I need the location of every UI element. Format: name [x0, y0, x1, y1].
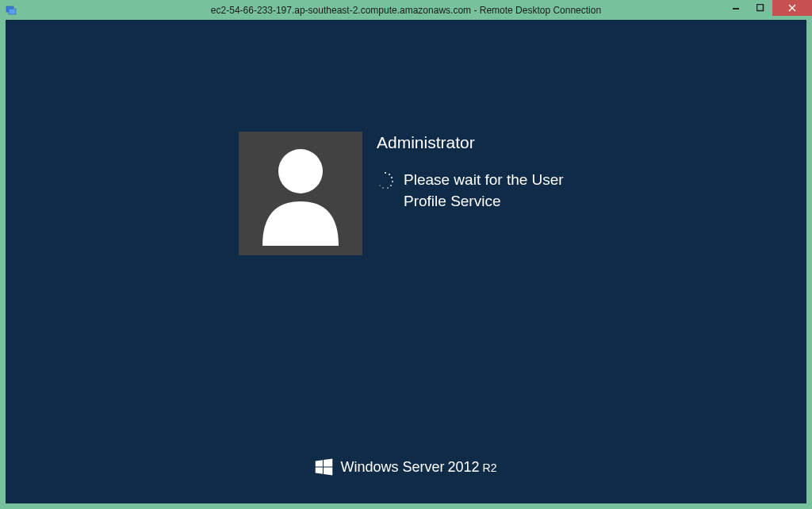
window-controls	[725, 0, 812, 16]
brand-text: Windows Server 2012 R2	[341, 459, 497, 476]
windows-logo-icon	[316, 458, 333, 476]
username-label: Administrator	[377, 133, 586, 152]
titlebar[interactable]: ec2-54-66-233-197.ap-southeast-2.compute…	[0, 0, 812, 20]
rdp-window: ec2-54-66-233-197.ap-southeast-2.compute…	[0, 0, 812, 509]
brand-release: R2	[483, 461, 497, 474]
status-message: Please wait for the User Profile Service	[404, 170, 586, 212]
svg-rect-2	[733, 8, 739, 10]
window-title: ec2-54-66-233-197.ap-southeast-2.compute…	[211, 5, 601, 16]
svg-rect-3	[757, 5, 764, 11]
maximize-button[interactable]	[749, 0, 772, 16]
remote-desktop-content: Administrator Please wait for the User P…	[6, 20, 806, 503]
user-avatar-tile	[239, 132, 362, 255]
close-button[interactable]	[772, 0, 812, 16]
svg-point-4	[278, 149, 323, 193]
login-text-block: Administrator Please wait for the User P…	[377, 132, 586, 255]
minimize-button[interactable]	[725, 0, 749, 16]
rdp-app-icon	[5, 4, 17, 17]
brand-product: Windows Server	[341, 459, 445, 476]
user-silhouette-icon	[253, 141, 348, 246]
svg-rect-1	[9, 9, 16, 14]
os-branding: Windows Server 2012 R2	[316, 458, 497, 476]
loading-spinner-icon	[377, 172, 394, 189]
status-row: Please wait for the User Profile Service	[377, 170, 586, 212]
brand-version: 2012	[448, 459, 480, 476]
login-block: Administrator Please wait for the User P…	[239, 132, 586, 255]
